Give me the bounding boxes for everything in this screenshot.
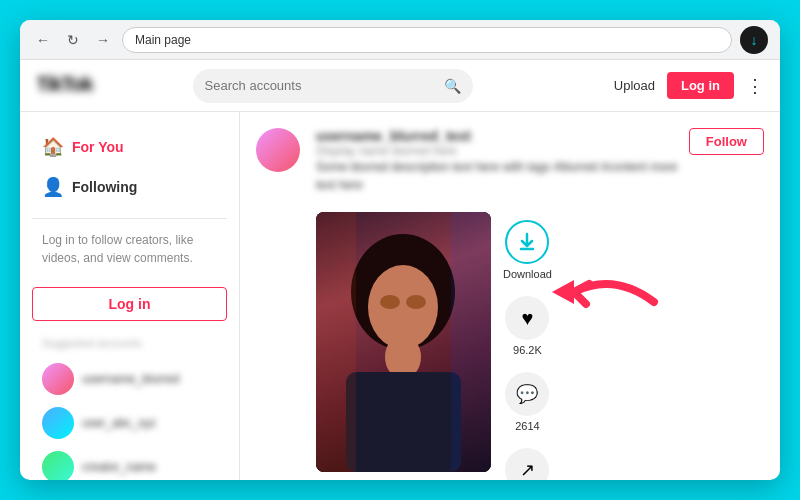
header-actions: Upload Log in ⋮ [614, 72, 764, 99]
download-circle[interactable] [505, 220, 549, 264]
download-extension-button[interactable]: ↓ [740, 26, 768, 54]
suggested-name: creator_name [82, 460, 156, 474]
post-username: username_blurred_text [316, 128, 689, 144]
main-content: 🏠 For You 👤 Following Log in to follow c… [20, 112, 780, 480]
post-avatar[interactable] [256, 128, 300, 172]
comment-icon: 💬 [516, 383, 538, 405]
like-count: 96.2K [513, 344, 542, 356]
svg-rect-8 [451, 212, 491, 472]
list-item[interactable]: creator_name [32, 445, 227, 480]
sidebar-item-for-you[interactable]: 🏠 For You [32, 128, 227, 166]
svg-rect-6 [346, 372, 461, 472]
list-item[interactable]: username_blurred [32, 357, 227, 401]
back-button[interactable]: ← [32, 29, 54, 51]
browser-bar: ← ↻ → Main page ↓ [20, 20, 780, 60]
post-header: username_blurred_text Display name blurr… [316, 128, 764, 204]
svg-marker-10 [552, 280, 574, 304]
sidebar-item-following[interactable]: 👤 Following [32, 168, 227, 206]
search-bar[interactable]: 🔍 [193, 69, 473, 103]
svg-rect-7 [316, 212, 356, 472]
svg-point-3 [380, 295, 400, 309]
search-input[interactable] [205, 78, 436, 93]
post-display-name: Display name blurred here [316, 144, 689, 158]
avatar [42, 363, 74, 395]
address-bar: Main page [122, 27, 732, 53]
post-content: Download ♥ 96.2K [316, 212, 764, 480]
avatar [42, 451, 74, 480]
home-icon: 🏠 [42, 136, 64, 158]
upload-button[interactable]: Upload [614, 78, 655, 93]
sidebar-divider [32, 218, 227, 219]
tiktok-header: TikTok 🔍 Upload Log in ⋮ [20, 60, 780, 112]
address-text: Main page [135, 33, 191, 47]
like-circle[interactable]: ♥ [505, 296, 549, 340]
more-options-button[interactable]: ⋮ [746, 75, 764, 97]
svg-point-4 [406, 295, 426, 309]
forward-button[interactable]: → [92, 29, 114, 51]
video-preview [316, 212, 491, 472]
sidebar-hint: Log in to follow creators, like videos, … [32, 231, 227, 279]
follow-button[interactable]: Follow [689, 128, 764, 155]
post-container: username_blurred_text Display name blurr… [256, 128, 764, 480]
following-label: Following [72, 179, 137, 195]
like-action[interactable]: ♥ 96.2K [505, 296, 549, 356]
browser-window: ← ↻ → Main page ↓ TikTok 🔍 Upload Log in… [20, 20, 780, 480]
avatar [42, 407, 74, 439]
feed-area: username_blurred_text Display name blurr… [240, 112, 780, 480]
login-button[interactable]: Log in [667, 72, 734, 99]
heart-icon: ♥ [522, 307, 534, 330]
following-icon: 👤 [42, 176, 64, 198]
video-thumbnail[interactable] [316, 212, 491, 472]
comment-count: 2614 [515, 420, 539, 432]
download-ext-icon: ↓ [751, 32, 758, 48]
post-description: Some blurred description text here with … [316, 158, 689, 194]
search-icon: 🔍 [444, 78, 461, 94]
sidebar: 🏠 For You 👤 Following Log in to follow c… [20, 112, 240, 480]
share-action[interactable]: ↗ [505, 448, 549, 480]
svg-text:TikTok: TikTok [36, 73, 94, 95]
sidebar-login-button[interactable]: Log in [32, 287, 227, 321]
list-item[interactable]: user_abc_xyz [32, 401, 227, 445]
suggested-name: user_abc_xyz [82, 416, 156, 430]
share-icon: ↗ [520, 459, 535, 480]
suggested-name: username_blurred [82, 372, 179, 386]
post-user-info: username_blurred_text Display name blurr… [316, 128, 689, 204]
comment-circle[interactable]: 💬 [505, 372, 549, 416]
tiktok-logo: TikTok [36, 69, 116, 102]
arrow-annotation [544, 242, 664, 480]
comment-action[interactable]: 💬 2614 [505, 372, 549, 432]
post-main: username_blurred_text Display name blurr… [316, 128, 764, 480]
refresh-button[interactable]: ↻ [62, 29, 84, 51]
for-you-label: For You [72, 139, 124, 155]
suggested-accounts-title: Suggested accounts [32, 337, 227, 357]
share-circle[interactable]: ↗ [505, 448, 549, 480]
